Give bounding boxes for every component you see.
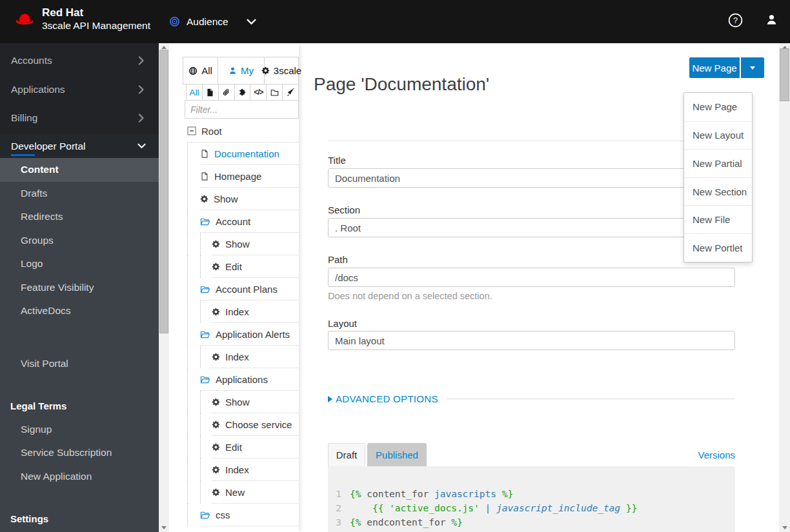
path-input[interactable] [328, 268, 735, 287]
tab-draft[interactable]: Draft [328, 443, 365, 466]
title-input[interactable] [328, 168, 735, 188]
scrollbar-thumb[interactable] [159, 50, 168, 333]
type-filter-tabs: All [186, 84, 299, 101]
scroll-down-arrow[interactable] [782, 526, 787, 529]
tree-row[interactable]: Application Alerts [169, 323, 299, 346]
new-dropdown-toggle[interactable] [741, 57, 764, 78]
user-icon [228, 66, 237, 75]
scroll-down-arrow[interactable] [161, 526, 167, 529]
tree-row[interactable]: Applications [169, 368, 299, 391]
line-number: 2 [328, 501, 350, 515]
main-content: Page 'Documentation' New Page New Page N… [299, 43, 779, 532]
sidebar-subitem[interactable]: Logo [0, 252, 159, 276]
tree-row[interactable]: Account [169, 210, 299, 233]
menu-item[interactable]: New Section [684, 177, 752, 206]
sidebar-subitem[interactable]: Groups [0, 229, 159, 253]
minus-square-icon[interactable] [187, 126, 196, 135]
sidebar-subitem[interactable]: Feature Visibility [0, 276, 159, 300]
tree-row[interactable]: Show [169, 233, 299, 255]
tree-row[interactable]: Account Plans [169, 278, 299, 300]
tree-node-label: Homepage [214, 171, 261, 182]
tree-scrollbar[interactable] [159, 43, 169, 532]
sidebar-subitem[interactable]: Redirects [0, 205, 159, 229]
context-switcher[interactable]: Audience [169, 0, 256, 43]
layout-select[interactable] [328, 331, 735, 350]
code-editor[interactable]: 1{% content_for javascripts %}2 {{ 'acti… [328, 466, 735, 532]
folder-icon [270, 88, 279, 97]
section-select[interactable] [328, 218, 735, 237]
tree-row[interactable]: css [169, 504, 299, 526]
sidebar-subitem-label: Feature Visibility [21, 282, 94, 293]
tree-row[interactable]: Index [169, 346, 299, 368]
type-filter[interactable]: All [186, 84, 203, 101]
menu-item[interactable]: New Page [684, 93, 752, 121]
tree-row[interactable]: New [169, 481, 299, 504]
sidebar-subitem[interactable]: Service Subscription [0, 441, 159, 465]
tab-published[interactable]: Published [367, 443, 427, 466]
tree-indent-guide [187, 504, 200, 526]
scroll-up-arrow[interactable] [161, 46, 167, 49]
tree-row[interactable]: Documentation [169, 143, 299, 165]
tree-indent-guide [200, 481, 212, 504]
sidebar-subitem-label: Redirects [21, 211, 63, 222]
advanced-options-toggle[interactable]: ADVANCED OPTIONS [328, 393, 735, 404]
sidebar-item[interactable]: Applications [0, 75, 159, 104]
filter-input[interactable] [185, 100, 299, 119]
tree-row[interactable]: Edit [169, 255, 299, 278]
sidebar-item[interactable]: Accounts [0, 46, 159, 75]
gear-icon [212, 262, 220, 271]
versions-link[interactable]: Versions [698, 449, 735, 460]
tree-row[interactable]: Root [169, 120, 299, 143]
user-icon[interactable] [765, 14, 778, 26]
tree-node-label: Choose service [225, 419, 292, 430]
chevron-down-icon [247, 19, 256, 25]
tree-indent-guide [187, 255, 200, 278]
scope-tab[interactable]: My [218, 57, 265, 84]
type-filter[interactable] [282, 84, 299, 101]
sidebar-subitem[interactable]: Content [0, 158, 159, 182]
tree-row[interactable]: Edit [169, 436, 299, 458]
page-scrollbar[interactable] [779, 43, 790, 532]
brand[interactable]: Red Hat 3scale API Management [14, 6, 150, 32]
type-filter[interactable]: </> [250, 84, 267, 101]
tree-row[interactable]: Show [169, 391, 299, 413]
sidebar-item[interactable]: Billing [0, 104, 159, 133]
type-filter[interactable] [202, 84, 219, 101]
tree-indent-guide [187, 143, 200, 165]
scope-tab[interactable]: All [183, 57, 218, 84]
caret-down-icon [750, 66, 755, 70]
tree-node-label: Show [225, 397, 250, 408]
type-filter[interactable] [234, 84, 251, 101]
gear-icon [212, 488, 220, 497]
tree-indent-guide [187, 165, 200, 188]
tree-row[interactable]: Show [169, 188, 299, 210]
tree-row[interactable]: Homepage [169, 165, 299, 188]
tree-row[interactable]: Choose service [169, 413, 299, 436]
sidebar-subitem-label: Drafts [21, 188, 47, 199]
type-filter[interactable] [266, 84, 283, 101]
sidebar-subitem[interactable]: Drafts [0, 182, 159, 206]
gear-icon [212, 466, 220, 474]
menu-item[interactable]: New Portlet [684, 233, 752, 262]
scrollbar-thumb[interactable] [780, 48, 789, 101]
question-circle-icon[interactable] [728, 13, 743, 28]
sidebar-subitem[interactable]: Signup [0, 418, 159, 442]
tree-node-label: Edit [225, 442, 242, 453]
sidebar-item-visit-portal[interactable]: Visit Portal [0, 352, 159, 376]
scope-tab[interactable]: 3scale [264, 57, 299, 84]
menu-item[interactable]: New Partial [684, 149, 752, 177]
tree-row[interactable]: Index [169, 458, 299, 481]
sidebar-subitem-label: Groups [21, 235, 54, 246]
sidebar-item-developer-portal[interactable]: Developer Portal [0, 134, 159, 158]
menu-item[interactable]: New Layout [684, 121, 752, 150]
sidebar-subitem[interactable]: ActiveDocs [0, 299, 159, 323]
menu-item[interactable]: New File [684, 205, 752, 233]
folder-open-icon [200, 330, 210, 339]
tree-row[interactable]: Index [169, 300, 299, 323]
type-filter[interactable] [218, 84, 235, 101]
sidebar-group-label: Developer Portal [11, 141, 85, 152]
tree-node-label: Show [214, 193, 238, 204]
line-number: 3 [328, 515, 350, 529]
sidebar-subitem[interactable]: New Application [0, 465, 159, 489]
new-page-button[interactable]: New Page [689, 57, 740, 78]
